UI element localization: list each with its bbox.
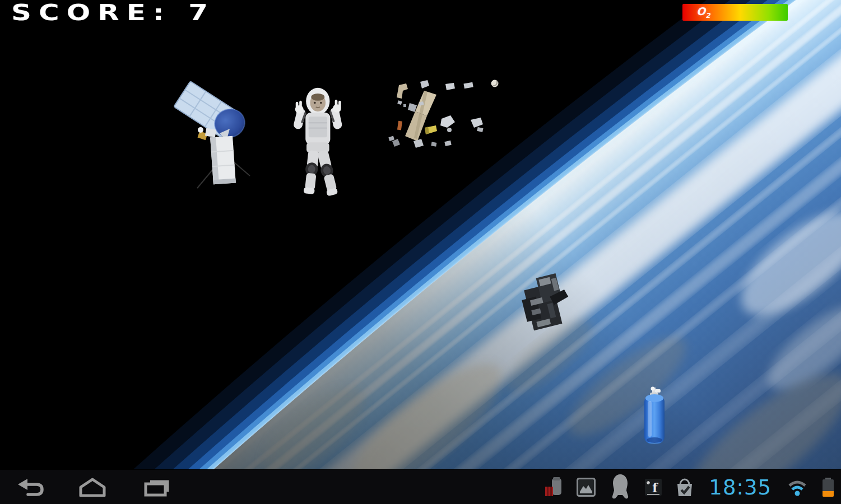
- svg-text:f: f: [653, 480, 659, 495]
- play-store-update-icon: [676, 477, 694, 497]
- app-silhouette-icon: [610, 474, 631, 501]
- clock: 18:35: [709, 477, 772, 498]
- score-label: SCORE: 7: [11, 0, 215, 25]
- back-icon: [17, 478, 46, 497]
- game-screen: SCORE: 7 O2: [0, 0, 841, 504]
- facebook-notification-icon: f: [645, 479, 662, 496]
- back-button[interactable]: [15, 470, 48, 504]
- recent-apps-button[interactable]: [139, 470, 174, 504]
- wifi-icon: [787, 478, 808, 496]
- oxygen-meter: O2: [682, 4, 788, 21]
- gallery-screenshot-icon: [577, 478, 596, 497]
- recent-apps-icon: [141, 478, 171, 497]
- oxygen-meter-label: O2: [696, 6, 710, 19]
- notification-can-icon: [545, 477, 563, 497]
- home-icon: [77, 478, 108, 497]
- battery-icon: [822, 478, 834, 497]
- game-viewport: [0, 0, 841, 469]
- android-navigation-bar: f 18:35: [0, 469, 841, 504]
- status-tray[interactable]: f 18:35: [545, 470, 834, 504]
- home-button[interactable]: [75, 470, 110, 504]
